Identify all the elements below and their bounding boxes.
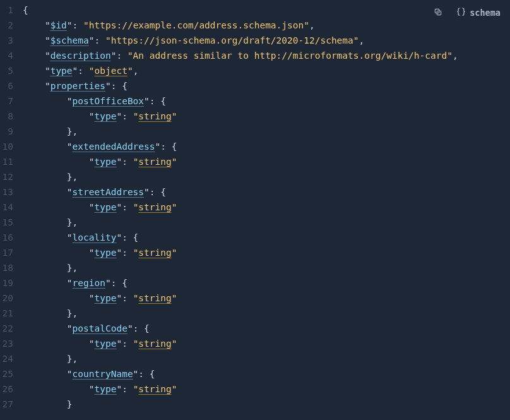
code-content: "type": "string" <box>23 154 510 169</box>
code-line: 23 "type": "string" <box>0 336 510 351</box>
schema-button[interactable]: schema <box>452 5 505 20</box>
code-line: 12 }, <box>0 169 510 184</box>
line-number: 19 <box>0 275 23 291</box>
code-line: 18 }, <box>0 260 510 275</box>
code-content: "type": "string" <box>23 336 510 351</box>
line-number: 13 <box>0 184 23 200</box>
line-number: 6 <box>0 78 23 93</box>
code-content: "type": "string" <box>23 291 510 306</box>
code-content: }, <box>23 215 510 230</box>
line-number: 11 <box>0 154 23 169</box>
code-content: "streetAddress": { <box>23 184 510 200</box>
code-line: 4 "description": "An address similar to … <box>0 48 510 63</box>
line-number: 5 <box>0 63 23 78</box>
code-line: 11 "type": "string" <box>0 154 510 169</box>
code-line: 8 "type": "string" <box>0 109 510 124</box>
line-number: 18 <box>0 260 23 275</box>
code-content: "postOfficeBox": { <box>23 93 510 109</box>
code-line: 27 } <box>0 397 510 412</box>
code-line: 20 "type": "string" <box>0 291 510 306</box>
code-content: "locality": { <box>23 230 510 245</box>
code-line: 22 "postalCode": { <box>0 321 510 336</box>
code-content: "description": "An address similar to ht… <box>23 48 510 63</box>
copy-button[interactable] <box>429 6 447 20</box>
code-editor[interactable]: 1{2 "$id": "https://example.com/address.… <box>0 0 510 412</box>
code-line: 19 "region": { <box>0 275 510 291</box>
code-line: 14 "type": "string" <box>0 200 510 215</box>
line-number: 27 <box>0 397 23 412</box>
code-line: 24 }, <box>0 351 510 366</box>
code-line: 6 "properties": { <box>0 78 510 93</box>
code-content: "type": "string" <box>23 109 510 124</box>
code-line: 3 "$schema": "https://json-schema.org/dr… <box>0 33 510 48</box>
braces-icon <box>456 7 466 18</box>
code-line: 15 }, <box>0 215 510 230</box>
line-number: 4 <box>0 48 23 63</box>
code-content: }, <box>23 169 510 184</box>
line-number: 1 <box>0 3 23 18</box>
line-number: 24 <box>0 351 23 366</box>
code-content: "postalCode": { <box>23 321 510 336</box>
code-line: 16 "locality": { <box>0 230 510 245</box>
code-line: 9 }, <box>0 124 510 139</box>
line-number: 25 <box>0 366 23 381</box>
code-line: 10 "extendedAddress": { <box>0 139 510 154</box>
line-number: 10 <box>0 139 23 154</box>
line-number: 3 <box>0 33 23 48</box>
code-line: 7 "postOfficeBox": { <box>0 93 510 109</box>
code-content: } <box>23 397 510 412</box>
code-content: }, <box>23 351 510 366</box>
line-number: 17 <box>0 245 23 260</box>
code-content: "extendedAddress": { <box>23 139 510 154</box>
code-content: "countryName": { <box>23 366 510 381</box>
code-line: 26 "type": "string" <box>0 381 510 397</box>
line-number: 26 <box>0 381 23 397</box>
line-number: 7 <box>0 93 23 109</box>
line-number: 23 <box>0 336 23 351</box>
code-content: "properties": { <box>23 78 510 93</box>
code-content: "type": "string" <box>23 245 510 260</box>
line-number: 8 <box>0 109 23 124</box>
code-toolbar: schema <box>429 5 505 20</box>
line-number: 16 <box>0 230 23 245</box>
line-number: 20 <box>0 291 23 306</box>
code-line: 17 "type": "string" <box>0 245 510 260</box>
line-number: 12 <box>0 169 23 184</box>
copy-icon <box>434 8 442 18</box>
code-content: }, <box>23 306 510 321</box>
line-number: 14 <box>0 200 23 215</box>
line-number: 21 <box>0 306 23 321</box>
line-number: 9 <box>0 124 23 139</box>
schema-button-label: schema <box>470 8 501 18</box>
code-content: "region": { <box>23 275 510 291</box>
code-content: }, <box>23 260 510 275</box>
code-content: }, <box>23 124 510 139</box>
line-number: 2 <box>0 18 23 33</box>
line-number: 15 <box>0 215 23 230</box>
code-content: "$schema": "https://json-schema.org/draf… <box>23 33 510 48</box>
code-content: "type": "string" <box>23 200 510 215</box>
code-line: 25 "countryName": { <box>0 366 510 381</box>
code-content: "type": "string" <box>23 381 510 397</box>
code-line: 5 "type": "object", <box>0 63 510 78</box>
code-line: 13 "streetAddress": { <box>0 184 510 200</box>
code-content: "type": "object", <box>23 63 510 78</box>
line-number: 22 <box>0 321 23 336</box>
code-line: 21 }, <box>0 306 510 321</box>
